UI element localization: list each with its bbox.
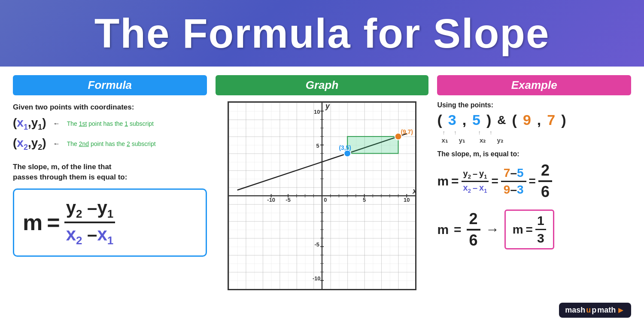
slope-eq-text: The slope, m, is equal to: [437, 150, 631, 158]
example-equation-row: m = y2 – y1 x2 – x1 = 7–5 9–3 [437, 161, 631, 201]
formula-m: m [23, 210, 43, 235]
ex-frac-vars: y2 – y1 x2 – x1 [462, 169, 489, 194]
formula-equals: = [47, 210, 60, 235]
formula-point2: (x2,y2) ← The 2nd point has the 2 subscr… [13, 136, 207, 152]
example-points-display: ( 3 , 5 ) & ( 9 , 7 ) [437, 112, 631, 128]
brand-text-p: p [592, 306, 596, 315]
ampersand: & [497, 113, 506, 127]
graph-header: Graph [216, 75, 429, 95]
svg-text:-10: -10 [267, 197, 275, 203]
brand-play-icon: ► [617, 305, 625, 315]
point1-sub-labels: x₁ y₁ [441, 137, 465, 144]
example-y1: 5 [472, 112, 480, 128]
svg-text:0: 0 [324, 197, 327, 203]
point1-arrow: ← [53, 120, 60, 128]
x1-label: x₁ [441, 137, 447, 144]
subscript-labels-row: x₁ y₁ x₂ y₂ [437, 137, 631, 144]
final-eq-in-box: = [526, 223, 533, 237]
point2-sub-labels: x₂ y₂ [480, 137, 503, 144]
ex-eq1: = [451, 174, 459, 188]
formula-header-label: Formula [88, 79, 132, 91]
x1-var: x1 [17, 116, 28, 129]
point1-note: The 1st point has the 1 subscript [67, 120, 154, 127]
ex-den-vars: x2 – x1 [462, 182, 489, 194]
example-x2: 9 [523, 112, 531, 128]
ex-eq2: = [491, 174, 498, 188]
page-header: The Formula for Slope [0, 0, 644, 67]
ex-frac-vals: 7–5 9–3 [501, 166, 526, 197]
formula-header: Formula [13, 75, 207, 95]
final-m-in-box: m [513, 223, 523, 237]
y1-label: y₁ [459, 137, 465, 144]
formula-point2-coords: (x2,y2) [13, 136, 46, 152]
svg-text:-5: -5 [286, 197, 290, 203]
final-fraction: 1 3 [535, 213, 546, 246]
final-den-left: 6 [467, 231, 480, 249]
main-content: Formula Given two points with coordinate… [0, 67, 644, 322]
brand-o: u [586, 306, 591, 315]
final-numerator: 1 [535, 213, 546, 230]
slope-description: The slope, m, of the line that passes th… [13, 162, 207, 182]
comma1: , [462, 112, 466, 128]
ex-num-vars: y2 – y1 [462, 169, 489, 182]
open-paren1: ( [437, 112, 442, 128]
final-frac-left: 2 6 [467, 210, 480, 249]
final-m-label: m [437, 222, 449, 237]
brand-text-mash: mash [565, 306, 585, 315]
subscript-arrows-row: ↑ ↑ ↑ ↑ [437, 129, 631, 136]
final-equation-row: m = 2 6 → m = 1 3 [437, 210, 631, 249]
svg-text:y: y [325, 103, 330, 110]
example-y2: 7 [547, 112, 555, 128]
svg-text:5: 5 [363, 197, 366, 203]
formula-given-text: Given two points with coordinates: [13, 103, 207, 112]
graph-container: -10 -5 0 5 10 10 5 -5 -10 x y [228, 101, 416, 290]
formula-point1-coords: (x1,y1) [13, 116, 46, 132]
ex-m1: m [437, 174, 449, 188]
branding-badge: mashupmath ► [559, 303, 631, 318]
slope-fraction: y2 –y1 x2 –x1 [64, 197, 115, 248]
svg-text:10: 10 [404, 197, 410, 203]
page-title: The Formula for Slope [94, 10, 550, 57]
final-answer-box: m = 1 3 [504, 210, 554, 249]
example-section: Example Using the points: ( 3 , 5 ) & ( … [437, 75, 631, 318]
final-eq-sign: = [454, 222, 462, 237]
example-using-text: Using the points: [437, 101, 631, 109]
svg-text:-5: -5 [314, 241, 319, 248]
final-num-left: 2 [467, 210, 480, 231]
formula-numerator: y2 –y1 [64, 197, 115, 223]
svg-text:10: 10 [314, 109, 320, 115]
final-arrow: → [486, 222, 499, 237]
svg-text:x: x [412, 187, 415, 195]
graph-svg: -10 -5 0 5 10 10 5 -5 -10 x y [229, 103, 415, 289]
svg-text:-10: -10 [313, 275, 321, 282]
x2-label: x₂ [480, 137, 486, 144]
ex-num-result: 2 [538, 161, 552, 182]
formula-denominator: x2 –x1 [64, 223, 115, 247]
example-header-label: Example [511, 79, 557, 91]
slope-formula-box: m = y2 –y1 x2 –x1 [13, 188, 207, 257]
svg-text:(9,7): (9,7) [401, 129, 413, 135]
close-paren2: ) [561, 112, 566, 128]
formula-section: Formula Given two points with coordinate… [13, 75, 207, 318]
brand-text-math: math [597, 306, 616, 315]
formula-point1: (x1,y1) ← The 1st point has the 1 subscr… [13, 116, 207, 132]
ex-eq3: = [529, 174, 536, 188]
point2-arrows: ↑ ↑ [478, 129, 492, 136]
ex-num-vals: 7–5 [501, 166, 526, 182]
graph-section: Graph [216, 75, 429, 318]
ex-den-vals: 9–3 [501, 182, 526, 197]
point2-note: The 2nd point has the 2 subscript [67, 140, 156, 147]
close-paren1: ) [486, 112, 491, 128]
svg-text:(3,5): (3,5) [339, 145, 351, 151]
ex-den-result: 6 [538, 182, 552, 201]
point1-arrows: ↑ ↑ [442, 129, 456, 136]
open-paren2: ( [512, 112, 517, 128]
ex-frac-result: 2 6 [538, 161, 552, 201]
graph-header-label: Graph [306, 79, 339, 91]
y2-label: y₂ [497, 137, 503, 144]
example-header: Example [437, 75, 631, 95]
svg-text:5: 5 [316, 143, 319, 149]
comma2: , [537, 112, 541, 128]
final-denominator: 3 [535, 230, 546, 246]
example-x1: 3 [448, 112, 456, 128]
